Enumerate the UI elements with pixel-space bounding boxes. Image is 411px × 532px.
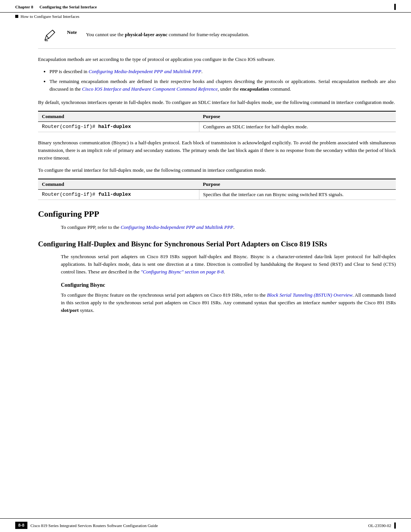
bullet-list: PPP is described in Configuring Media-In… (49, 68, 396, 93)
duplex-para: By default, synchronous interfaces opera… (38, 99, 396, 106)
note-icon-wrap (38, 28, 61, 43)
note-bold: physical-layer async (125, 32, 167, 37)
intro-para: Encapsulation methods are set according … (38, 56, 396, 63)
table-row: Router(config-if)# half-duplex Configure… (38, 121, 396, 132)
ppp-para-suffix: . (233, 224, 234, 230)
halfduplex-para-prefix: The synchronous serial port adapters on … (61, 254, 396, 275)
table1-col1-header: Command (38, 111, 199, 122)
halfduplex-suffix: . (224, 269, 225, 275)
bisync-section-para: To configure the Bisync feature on the s… (61, 291, 396, 314)
cmd-prefix: Router(config-if)# (42, 124, 98, 129)
section-bisync-title: Configuring Bisync (38, 282, 396, 288)
bisync-bold: slot/port (61, 307, 79, 313)
table-row: Router(config-if)# full-duplex Specifies… (38, 190, 396, 200)
halfduplex-para: The synchronous serial port adapters on … (61, 253, 396, 276)
bullet1-prefix: PPP is described in (49, 69, 89, 74)
section-halfduplex-title: Configuring Half-Duplex and Bisync for S… (38, 240, 396, 249)
breadcrumb: How to Configure Serial Interfaces (0, 13, 411, 20)
note-box: Note You cannot use the physical-layer a… (38, 28, 396, 49)
page-number: 8-8 (15, 522, 27, 529)
page-header: Chapter 8 Configuring the Serial Interfa… (0, 0, 411, 13)
bullet2-link[interactable]: Cisco IOS Interface and Hardware Compone… (82, 86, 218, 92)
section-ppp-body: To configure PPP, refer to the Configuri… (38, 224, 396, 231)
command-table-2: Command Purpose Router(config-if)# full-… (38, 179, 396, 200)
footer-bar-decoration (394, 522, 396, 529)
chapter-label: Chapter 8 (15, 5, 33, 9)
bisync-italic: number (322, 300, 337, 305)
page-footer: 8-8 Cisco 819 Series Integrated Services… (0, 518, 411, 532)
breadcrumb-bullet (15, 15, 18, 18)
note-text-suffix: command for frame-relay encapsulation. (167, 32, 249, 37)
bullet1-link[interactable]: Configuring Media-Independent PPP and Mu… (89, 69, 201, 74)
halfduplex-link[interactable]: "Configuring Bisync" section on page 8-8 (141, 269, 224, 275)
cmd-bold: full-duplex (98, 192, 131, 197)
table1-col2-header: Purpose (199, 111, 396, 122)
bisync-suffix: supports the Cisco 891 ISRs (337, 300, 396, 305)
table2-col2-header: Purpose (199, 179, 396, 190)
ppp-para: To configure PPP, refer to the Configuri… (61, 224, 396, 231)
bisync-suffix2: syntax. (79, 307, 94, 313)
bullet1-suffix: . (201, 69, 202, 74)
section-halfduplex-body: The synchronous serial port adapters on … (38, 253, 396, 276)
section-bisync-body: To configure the Bisync feature on the s… (38, 291, 396, 314)
footer-right: OL-23590-02 (368, 522, 396, 529)
bisync-link1[interactable]: Block Serial Tunneling (BSTUN) Overview (267, 292, 352, 298)
section-ppp-title: Configuring PPP (38, 209, 396, 220)
table2-purpose: Specifies that the interface can run Bis… (199, 190, 396, 200)
main-content: Note You cannot use the physical-layer a… (0, 20, 411, 326)
bisync-para1: Binary synchronous communication (Bisync… (38, 139, 396, 162)
table2-cmd: Router(config-if)# full-duplex (38, 190, 199, 200)
note-icon (42, 28, 57, 43)
table2-col1-header: Command (38, 179, 199, 190)
footer-left: 8-8 Cisco 819 Series Integrated Services… (15, 522, 158, 529)
table1-cmd: Router(config-if)# half-duplex (38, 121, 199, 132)
command-table-1: Command Purpose Router(config-if)# half-… (38, 111, 396, 132)
bullet2-suffix: , under the encapsulation command. (218, 86, 291, 92)
bisync-prefix: To configure the Bisync feature on the s… (61, 292, 267, 298)
note-text: You cannot use the physical-layer async … (86, 29, 396, 38)
ppp-para-prefix: To configure PPP, refer to the (61, 224, 121, 230)
list-item: The remaining encapsulation methods are … (49, 78, 396, 93)
ppp-link[interactable]: Configuring Media-Independent PPP and Mu… (121, 224, 233, 230)
cmd-bold: half-duplex (98, 124, 131, 129)
note-label: Note (67, 29, 82, 35)
table1-purpose: Configures an SDLC interface for half-du… (199, 121, 396, 132)
footer-right-text: OL-23590-02 (368, 523, 392, 528)
list-item: PPP is described in Configuring Media-In… (49, 68, 396, 75)
note-text-prefix: You cannot use the (86, 32, 125, 37)
breadcrumb-text: How to Configure Serial Interfaces (21, 14, 80, 19)
bisync-para2: To configure the serial interface for fu… (38, 166, 396, 174)
cmd-prefix: Router(config-if)# (42, 192, 98, 197)
bullet2-bold: encapsulation (240, 86, 269, 92)
header-bar-decoration (394, 4, 396, 10)
chapter-title: Configuring the Serial Interface (40, 5, 97, 9)
header-left: Chapter 8 Configuring the Serial Interfa… (15, 5, 97, 9)
footer-center-text: Cisco 819 Series Integrated Services Rou… (30, 523, 158, 528)
